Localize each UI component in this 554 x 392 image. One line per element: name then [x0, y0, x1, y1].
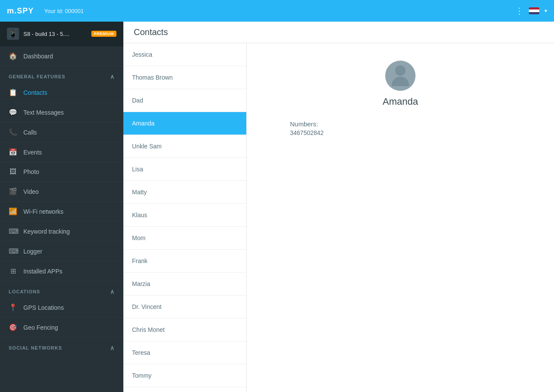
contact-item[interactable]: Teresa — [123, 341, 246, 364]
language-flag-icon[interactable] — [529, 7, 539, 14]
sidebar-item-contacts[interactable]: 📋 Contacts — [0, 83, 123, 103]
section-title: SOCIAL NETWORKS — [9, 345, 62, 350]
contact-item[interactable]: Klaus — [123, 204, 246, 227]
contact-item[interactable]: Dr. Vincent — [123, 296, 246, 318]
sidebar-item-label: Calls — [23, 129, 37, 136]
sidebar-item-label: Text Messages — [23, 109, 64, 116]
page-title: Contacts — [134, 27, 168, 37]
sidebar-item-events[interactable]: 📅 Events — [0, 142, 123, 162]
sidebar-item-label: Contacts — [23, 89, 47, 96]
section-social-networks: SOCIAL NETWORKS ∧ — [0, 339, 123, 354]
events-icon: 📅 — [9, 148, 17, 156]
contact-info-section: Numbers: 3467502842 — [290, 120, 324, 136]
contact-item[interactable]: Unkle Sam — [123, 135, 246, 158]
installed-apps-icon: ⊞ — [9, 267, 17, 275]
section-collapse-icon[interactable]: ∧ — [110, 73, 115, 80]
contact-item[interactable]: Marzia — [123, 273, 246, 296]
page-wrapper: Contacts Jessica Thomas Brown Dad Amanda… — [123, 22, 554, 392]
section-collapse-icon[interactable]: ∧ — [110, 344, 115, 351]
dashboard-icon: 🏠 — [9, 52, 17, 60]
contact-item[interactable]: Thomas Brown — [123, 66, 246, 89]
wifi-icon: 📶 — [9, 207, 17, 215]
photo-icon: 🖼 — [9, 168, 17, 176]
sidebar-item-calls[interactable]: 📞 Calls — [0, 122, 123, 142]
contact-list-panel: Jessica Thomas Brown Dad Amanda Unkle Sa… — [123, 43, 247, 392]
sidebar-item-label: Photo — [23, 168, 39, 175]
section-general-features: GENERAL FEATURES ∧ — [0, 68, 123, 83]
avatar-container: Amanda — [383, 61, 418, 116]
phone-number: 3467502842 — [290, 129, 324, 136]
geo-fencing-icon: 🎯 — [9, 323, 17, 331]
contacts-icon: 📋 — [9, 88, 17, 96]
section-locations: LOCATIONS ∧ — [0, 283, 123, 298]
gps-icon: 📍 — [9, 303, 17, 312]
sidebar-item-label: Dashboard — [23, 53, 53, 60]
sidebar-item-geo-fencing[interactable]: 🎯 Geo Fencing — [0, 318, 123, 337]
keyword-tracking-icon: ⌨ — [9, 227, 17, 235]
sidebar-item-dashboard[interactable]: 🏠 Dashboard — [0, 46, 123, 66]
sidebar-item-label: Events — [23, 149, 42, 156]
section-title: GENERAL FEATURES — [9, 74, 65, 79]
contact-detail-panel: Amanda Numbers: 3467502842 — [247, 43, 554, 392]
sidebar-item-label: Wi-Fi networks — [23, 208, 64, 215]
contact-item[interactable]: Mom — [123, 227, 246, 250]
contact-item[interactable]: Matty — [123, 181, 246, 204]
sidebar-item-label: Logger — [23, 248, 42, 255]
sidebar-item-label: Geo Fencing — [23, 324, 58, 331]
main-content: Jessica Thomas Brown Dad Amanda Unkle Sa… — [123, 43, 554, 392]
section-title: LOCATIONS — [9, 289, 40, 294]
contact-item[interactable]: Tommy — [123, 364, 246, 387]
sidebar-item-text-messages[interactable]: 💬 Text Messages — [0, 103, 123, 122]
video-icon: 🎬 — [9, 187, 17, 196]
sidebar-item-wifi[interactable]: 📶 Wi-Fi networks — [0, 202, 123, 222]
device-bar[interactable]: 📱 S8 - build 13 - 5.... PREMIUM — [0, 22, 123, 46]
premium-badge: PREMIUM — [91, 31, 116, 37]
device-name: S8 - build 13 - 5.... — [23, 31, 87, 37]
page-header: Contacts — [123, 22, 554, 43]
numbers-label: Numbers: — [290, 120, 324, 128]
avatar-head — [395, 65, 406, 76]
topbar: m.SPY Your Id: 000001 ⋮ ▾ — [0, 0, 554, 22]
avatar-body — [392, 77, 409, 86]
sidebar-item-logger[interactable]: ⌨ Logger — [0, 241, 123, 261]
avatar — [385, 61, 416, 91]
sidebar-item-label: GPS Locations — [23, 304, 64, 311]
more-icon[interactable]: ⋮ — [515, 6, 524, 16]
contact-name-display: Amanda — [383, 96, 418, 107]
contact-item[interactable]: Dad — [123, 89, 246, 112]
avatar-person-icon — [392, 65, 409, 86]
sidebar: 📱 S8 - build 13 - 5.... PREMIUM 🏠 Dashbo… — [0, 22, 123, 392]
user-id: Your Id: 000001 — [44, 8, 515, 14]
sidebar-item-installed-apps[interactable]: ⊞ Installed APPs — [0, 261, 123, 281]
device-icon: 📱 — [7, 28, 19, 40]
app-logo: m.SPY — [7, 6, 34, 16]
contact-item-selected[interactable]: Amanda — [123, 112, 246, 135]
sidebar-item-gps-locations[interactable]: 📍 GPS Locations — [0, 298, 123, 318]
sidebar-item-label: Installed APPs — [23, 268, 62, 275]
sidebar-item-photo[interactable]: 🖼 Photo — [0, 162, 123, 182]
sidebar-item-label: Keyword tracking — [23, 228, 70, 235]
topbar-right: ⋮ ▾ — [515, 6, 547, 16]
layout: 📱 S8 - build 13 - 5.... PREMIUM 🏠 Dashbo… — [0, 22, 554, 392]
text-messages-icon: 💬 — [9, 108, 17, 116]
calls-icon: 📞 — [9, 128, 17, 136]
section-collapse-icon[interactable]: ∧ — [110, 288, 115, 295]
sidebar-item-video[interactable]: 🎬 Video — [0, 182, 123, 202]
contact-item[interactable]: Jessica — [123, 43, 246, 66]
sidebar-item-keyword-tracking[interactable]: ⌨ Keyword tracking — [0, 222, 123, 241]
contact-item[interactable]: Lisa — [123, 158, 246, 181]
sidebar-item-label: Video — [23, 188, 39, 195]
contact-item[interactable]: Frank — [123, 250, 246, 273]
language-chevron-icon[interactable]: ▾ — [544, 8, 547, 14]
logger-icon: ⌨ — [9, 247, 17, 255]
contact-item[interactable]: Chris Monet — [123, 318, 246, 341]
